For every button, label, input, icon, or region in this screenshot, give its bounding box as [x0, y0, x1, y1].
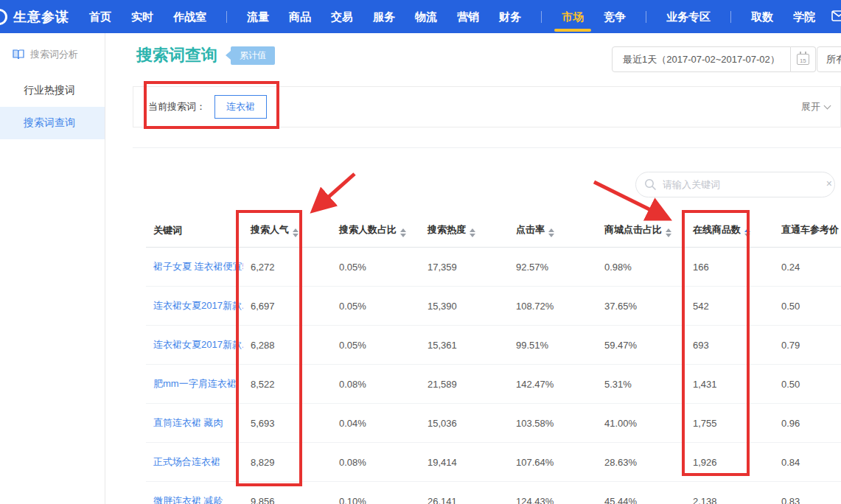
cell: 5.31%: [597, 365, 685, 404]
cell: 0.96: [774, 404, 841, 443]
nav-item-traffic[interactable]: 流量: [247, 0, 269, 33]
expand-toggle[interactable]: 展开: [801, 100, 830, 113]
cell: 1,431: [685, 365, 774, 404]
col-header-online-products[interactable]: 在线商品数: [685, 214, 774, 248]
nav-divider: [226, 11, 227, 23]
cell: 0.08%: [332, 365, 420, 404]
sort-icon-active[interactable]: [744, 228, 750, 237]
clear-icon[interactable]: ×: [826, 178, 832, 189]
cell: 15,361: [420, 326, 509, 365]
nav-item-logistics[interactable]: 物流: [415, 0, 437, 33]
nav-item-service[interactable]: 服务: [373, 0, 395, 33]
cell: 0.08%: [332, 443, 420, 482]
table-header-row: 关键词 搜索人气 搜索人数占比 搜索热度 点击率 商城点击占比 在线商品数 直通…: [146, 214, 841, 248]
nav-item-competition[interactable]: 竞争: [604, 0, 626, 33]
nav-item-goods[interactable]: 商品: [289, 0, 311, 33]
col-header-search-heat[interactable]: 搜索热度: [420, 214, 509, 248]
terminal-select[interactable]: 所有终端: [817, 46, 841, 72]
date-range-picker[interactable]: 最近1天（2017-07-02~2017-07-02） 15: [612, 46, 816, 72]
calendar-icon: 15: [797, 54, 809, 65]
cell: 6,288: [243, 326, 332, 365]
cell: 0.79: [774, 326, 841, 365]
page-title: 搜索词查询: [136, 44, 217, 66]
col-header-mall-click-ratio[interactable]: 商城点击占比: [597, 214, 685, 248]
keyword-link[interactable]: 肥mm一字肩连衣裙: [146, 365, 243, 404]
sidebar-group-search-analysis: 搜索词分析: [0, 33, 105, 74]
cell: 693: [685, 326, 774, 365]
col-header-ztc-ref-price[interactable]: 直通车参考价: [774, 214, 841, 248]
sort-icon[interactable]: [293, 228, 299, 237]
keyword-search: ×: [635, 172, 835, 197]
nav-item-academy[interactable]: 学院: [793, 0, 815, 33]
table-row: 微胖连衣裙 减龄 9,856 0.10% 26,141 124.43% 45.4…: [146, 482, 841, 504]
nav-item-warroom[interactable]: 作战室: [173, 0, 206, 33]
book-icon: [13, 49, 24, 60]
nav-item-data[interactable]: 取数: [751, 0, 773, 33]
sidebar: 搜索词分析 行业热搜词 搜索词查询: [0, 33, 105, 504]
table-row: 直筒连衣裙 藏肉 5,693 0.04% 15,036 103.58% 41.0…: [146, 404, 841, 443]
nav-item-market[interactable]: 市场: [562, 0, 584, 33]
search-input[interactable]: [635, 172, 835, 197]
col-header-searcher-ratio[interactable]: 搜索人数占比: [332, 214, 420, 248]
cell: 15,036: [420, 404, 509, 443]
nav-item-bizzone[interactable]: 业务专区: [666, 0, 711, 33]
keyword-link[interactable]: 微胖连衣裙 减龄: [146, 482, 243, 504]
terminal-select-value: 所有终端: [826, 53, 841, 66]
sort-icon[interactable]: [666, 228, 671, 237]
brand-name: 生意参谋: [13, 8, 69, 26]
cell: 0.05%: [332, 326, 420, 365]
expand-label: 展开: [801, 100, 820, 113]
cumulative-badge: 累计值: [231, 46, 275, 65]
mail-icon[interactable]: [831, 10, 841, 24]
cell: 0.50: [774, 287, 841, 326]
brand[interactable]: 生意参谋: [0, 8, 69, 26]
sort-icon[interactable]: [400, 228, 406, 237]
col-header-search-popularity[interactable]: 搜索人气: [243, 214, 332, 248]
keyword-link[interactable]: 连衣裙女夏2017新款...: [146, 287, 243, 326]
table-row: 连衣裙女夏2017新款... 6,697 0.05% 15,390 108.72…: [146, 287, 841, 326]
col-header-click-rate[interactable]: 点击率: [509, 214, 597, 248]
cell: 37.65%: [597, 287, 685, 326]
keyword-link[interactable]: 连衣裙女夏2017新款...: [146, 326, 243, 365]
table-row: 连衣裙女夏2017新款... 6,288 0.05% 15,361 99.51%…: [146, 326, 841, 365]
keyword-tag[interactable]: 连衣裙: [214, 95, 267, 119]
cell: 99.51%: [509, 326, 597, 365]
col-header-keyword: 关键词: [146, 214, 243, 248]
table-row: 肥mm一字肩连衣裙 8,522 0.08% 21,589 142.47% 5.3…: [146, 365, 841, 404]
cell: 0.84: [774, 443, 841, 482]
nav-item-realtime[interactable]: 实时: [131, 0, 153, 33]
cell: 107.64%: [509, 443, 597, 482]
sort-icon[interactable]: [548, 228, 554, 237]
cell: 0.10%: [332, 482, 420, 504]
search-word-table: 关键词 搜索人气 搜索人数占比 搜索热度 点击率 商城点击占比 在线商品数 直通…: [146, 214, 841, 504]
sidebar-item-industry-hot-words[interactable]: 行业热搜词: [0, 74, 105, 107]
cell: 92.57%: [509, 248, 597, 287]
cell: 15,390: [420, 287, 509, 326]
cell: 8,829: [243, 443, 332, 482]
cell: 542: [685, 287, 774, 326]
date-range-label: 最近1天（2017-07-02~2017-07-02）: [612, 46, 791, 72]
table-row: 裙子女夏 连衣裙便宜5... 6,272 0.05% 17,359 92.57%…: [146, 248, 841, 287]
calendar-button[interactable]: 15: [791, 46, 816, 72]
cell: 41.00%: [597, 404, 685, 443]
keyword-link[interactable]: 直筒连衣裙 藏肉: [146, 404, 243, 443]
cell: 142.47%: [509, 365, 597, 404]
nav-item-trade[interactable]: 交易: [331, 0, 353, 33]
cell: 1,755: [685, 404, 774, 443]
cell: 0.24: [774, 248, 841, 287]
keyword-link[interactable]: 正式场合连衣裙: [146, 443, 243, 482]
nav-item-finance[interactable]: 财务: [499, 0, 521, 33]
sidebar-item-search-word-query[interactable]: 搜索词查询: [0, 107, 105, 139]
current-keyword-label: 当前搜索词：: [148, 100, 206, 113]
section-divider: [133, 147, 841, 148]
brand-logo-icon: [0, 9, 7, 25]
nav-item-home[interactable]: 首页: [89, 0, 111, 33]
cell: 0.98%: [597, 248, 685, 287]
keyword-link[interactable]: 裙子女夏 连衣裙便宜5...: [146, 248, 243, 287]
nav-item-marketing[interactable]: 营销: [457, 0, 479, 33]
nav-divider: [646, 11, 646, 23]
cell: 124.43%: [509, 482, 597, 504]
search-icon: [644, 178, 657, 194]
cell: 8,522: [243, 365, 332, 404]
sort-icon[interactable]: [470, 228, 475, 237]
